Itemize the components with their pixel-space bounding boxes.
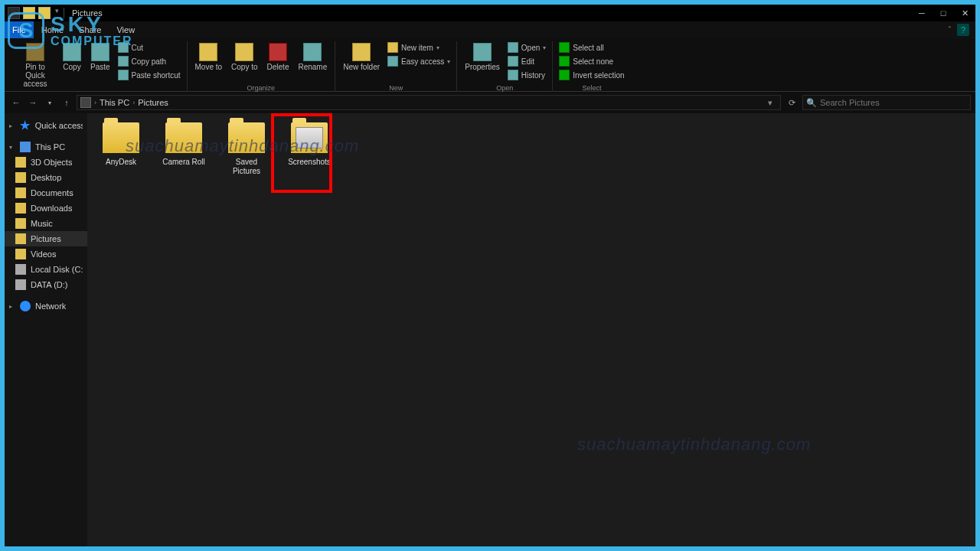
logo-icon: S — [8, 12, 44, 49]
ribbon: Pin to Quick access Copy Paste Cut Copy … — [5, 38, 975, 92]
sidebar-item-local-disk-c[interactable]: Local Disk (C:) — [5, 262, 87, 277]
sidebar-item-music[interactable]: Music — [5, 216, 87, 231]
copy-to-button[interactable]: Copy to — [228, 41, 260, 73]
copy-path-button[interactable]: Copy path — [116, 55, 182, 67]
new-folder-button[interactable]: New folder — [340, 41, 383, 73]
paste-shortcut-button[interactable]: Paste shortcut — [116, 69, 182, 81]
address-bar-row: ← → ▾ ↑ › This PC › Pictures ▾ ⟳ 🔍 — [5, 92, 975, 113]
refresh-button[interactable]: ⟳ — [784, 95, 799, 110]
window-controls: ─ □ ✕ — [911, 5, 975, 21]
breadcrumb[interactable]: › This PC › Pictures ▾ — [77, 95, 781, 110]
file-explorer-window: ▾ Pictures ─ □ ✕ File Home Share View ˆ … — [5, 5, 975, 546]
watermark-logo: S SKY COMPUTER — [8, 12, 133, 49]
navigation-pane: ▸Quick access ▾This PC 3D Objects Deskto… — [5, 113, 87, 546]
delete-button[interactable]: Delete — [264, 41, 292, 73]
watermark-line2: COMPUTER — [51, 35, 133, 47]
breadcrumb-pictures[interactable]: Pictures — [138, 98, 168, 107]
open-group: Properties Open▾ Edit History Open — [457, 41, 553, 92]
edit-button[interactable]: Edit — [506, 55, 547, 67]
ribbon-tabs: File Home Share View ˆ ? — [5, 21, 975, 38]
recent-locations-button[interactable]: ▾ — [43, 96, 57, 109]
chevron-right-icon[interactable]: › — [94, 99, 96, 106]
content-area[interactable]: AnyDesk Camera Roll Saved Pictures Scree… — [87, 113, 975, 546]
new-item-button[interactable]: New item▾ — [386, 41, 452, 54]
watermark-url-2: suachuamaytinhdanang.com — [577, 435, 811, 455]
new-group: New folder New item▾ Easy access▾ New — [335, 41, 457, 92]
rename-button[interactable]: Rename — [295, 41, 330, 73]
sidebar-this-pc[interactable]: ▾This PC — [5, 139, 87, 155]
history-button[interactable]: History — [506, 69, 547, 81]
forward-button[interactable]: → — [26, 96, 40, 109]
move-to-button[interactable]: Move to — [192, 41, 226, 73]
watermark-url: suachuamaytinhdanang.com — [126, 136, 359, 156]
select-none-button[interactable]: Select none — [557, 55, 626, 67]
sidebar-item-downloads[interactable]: Downloads — [5, 201, 87, 216]
breadcrumb-thispc[interactable]: This PC — [100, 98, 129, 107]
title-bar: ▾ Pictures ─ □ ✕ — [5, 5, 975, 21]
sidebar-item-desktop[interactable]: Desktop — [5, 170, 87, 185]
search-icon: 🔍 — [806, 98, 817, 108]
invert-selection-button[interactable]: Invert selection — [557, 69, 626, 81]
collapse-ribbon-icon[interactable]: ˆ — [949, 26, 951, 34]
chevron-right-icon[interactable]: › — [132, 99, 135, 106]
sidebar-item-documents[interactable]: Documents — [5, 185, 87, 201]
up-button[interactable]: ↑ — [60, 96, 74, 109]
watermark-line1: SKY — [51, 14, 133, 35]
select-all-button[interactable]: Select all — [557, 41, 626, 54]
properties-button[interactable]: Properties — [462, 41, 503, 73]
address-dropdown-icon[interactable]: ▾ — [763, 98, 777, 108]
help-icon[interactable]: ? — [957, 24, 969, 36]
maximize-button[interactable]: □ — [933, 5, 954, 21]
sidebar-item-3d-objects[interactable]: 3D Objects — [5, 155, 87, 170]
easy-access-button[interactable]: Easy access▾ — [386, 55, 452, 67]
organize-group: Move to Copy to Delete Rename Organize — [188, 41, 336, 92]
open-button[interactable]: Open▾ — [506, 41, 547, 54]
close-button[interactable]: ✕ — [954, 5, 975, 21]
explorer-body: ▸Quick access ▾This PC 3D Objects Deskto… — [5, 113, 975, 546]
minimize-button[interactable]: ─ — [911, 5, 933, 21]
sidebar-item-pictures[interactable]: Pictures — [5, 231, 87, 246]
sidebar-network[interactable]: ▸Network — [5, 298, 87, 314]
search-input[interactable] — [820, 98, 967, 107]
back-button[interactable]: ← — [9, 96, 23, 109]
select-group: Select all Select none Invert selection … — [553, 41, 630, 92]
sidebar-item-videos[interactable]: Videos — [5, 246, 87, 262]
search-box[interactable]: 🔍 — [802, 95, 971, 110]
sidebar-item-data-d[interactable]: DATA (D:) — [5, 277, 87, 292]
sidebar-quick-access[interactable]: ▸Quick access — [5, 118, 87, 133]
pc-icon — [80, 97, 91, 108]
